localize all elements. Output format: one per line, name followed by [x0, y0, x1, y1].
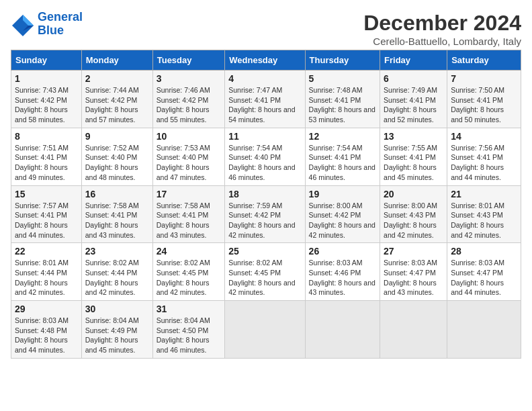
calendar-title: December 2024: [363, 11, 521, 36]
day-cell-29: 29 Sunrise: 8:03 AMSunset: 4:48 PMDaylig…: [11, 301, 82, 359]
day-cell-27: 27 Sunrise: 8:03 AMSunset: 4:47 PMDaylig…: [380, 243, 447, 301]
day-cell-18: 18 Sunrise: 7:59 AMSunset: 4:42 PMDaylig…: [225, 185, 305, 243]
header-wednesday: Wednesday: [225, 50, 305, 71]
week-row-2: 8 Sunrise: 7:51 AMSunset: 4:41 PMDayligh…: [11, 128, 521, 185]
day-cell-21: 21 Sunrise: 8:01 AMSunset: 4:43 PMDaylig…: [447, 185, 521, 243]
empty-cell-1: [225, 301, 305, 359]
week-row-1: 1 Sunrise: 7:43 AMSunset: 4:42 PMDayligh…: [11, 71, 521, 128]
day-cell-20: 20 Sunrise: 8:00 AMSunset: 4:43 PMDaylig…: [380, 185, 447, 243]
logo-line1: General: [38, 10, 83, 24]
day-cell-13: 13 Sunrise: 7:55 AMSunset: 4:41 PMDaylig…: [380, 128, 447, 185]
day-cell-31: 31 Sunrise: 8:04 AMSunset: 4:50 PMDaylig…: [152, 301, 225, 359]
day-cell-10: 10 Sunrise: 7:53 AMSunset: 4:40 PMDaylig…: [152, 128, 225, 185]
day-cell-25: 25 Sunrise: 8:02 AMSunset: 4:45 PMDaylig…: [225, 243, 305, 301]
header-monday: Monday: [81, 50, 152, 71]
header-friday: Friday: [380, 50, 447, 71]
title-block: December 2024 Cerello-Battuello, Lombard…: [363, 11, 521, 47]
logo: General Blue: [11, 11, 83, 38]
empty-cell-4: [447, 301, 521, 359]
page-header: General Blue December 2024 Cerello-Battu…: [11, 11, 521, 47]
empty-cell-2: [305, 301, 380, 359]
logo-icon: [11, 12, 35, 36]
day-cell-7: 7 Sunrise: 7:50 AMSunset: 4:41 PMDayligh…: [447, 71, 521, 128]
day-cell-24: 24 Sunrise: 8:02 AMSunset: 4:45 PMDaylig…: [152, 243, 225, 301]
day-cell-8: 8 Sunrise: 7:51 AMSunset: 4:41 PMDayligh…: [11, 128, 82, 185]
day-cell-4: 4 Sunrise: 7:47 AMSunset: 4:41 PMDayligh…: [225, 71, 305, 128]
logo-text: General Blue: [38, 11, 83, 38]
day-cell-1: 1 Sunrise: 7:43 AMSunset: 4:42 PMDayligh…: [11, 71, 82, 128]
week-row-5: 29 Sunrise: 8:03 AMSunset: 4:48 PMDaylig…: [11, 301, 521, 359]
day-cell-12: 12 Sunrise: 7:54 AMSunset: 4:41 PMDaylig…: [305, 128, 380, 185]
header-tuesday: Tuesday: [152, 50, 225, 71]
day-cell-2: 2 Sunrise: 7:44 AMSunset: 4:42 PMDayligh…: [81, 71, 152, 128]
empty-cell-3: [380, 301, 447, 359]
logo-line2: Blue: [38, 24, 64, 37]
week-row-3: 15 Sunrise: 7:57 AMSunset: 4:41 PMDaylig…: [11, 185, 521, 243]
day-cell-23: 23 Sunrise: 8:02 AMSunset: 4:44 PMDaylig…: [81, 243, 152, 301]
day-cell-26: 26 Sunrise: 8:03 AMSunset: 4:46 PMDaylig…: [305, 243, 380, 301]
day-cell-15: 15 Sunrise: 7:57 AMSunset: 4:41 PMDaylig…: [11, 185, 82, 243]
header-saturday: Saturday: [447, 50, 521, 71]
calendar-subtitle: Cerello-Battuello, Lombardy, Italy: [363, 36, 521, 47]
calendar-table: Sunday Monday Tuesday Wednesday Thursday…: [11, 50, 521, 359]
day-cell-17: 17 Sunrise: 7:58 AMSunset: 4:41 PMDaylig…: [152, 185, 225, 243]
week-row-4: 22 Sunrise: 8:01 AMSunset: 4:44 PMDaylig…: [11, 243, 521, 301]
day-cell-19: 19 Sunrise: 8:00 AMSunset: 4:42 PMDaylig…: [305, 185, 380, 243]
day-cell-5: 5 Sunrise: 7:48 AMSunset: 4:41 PMDayligh…: [305, 71, 380, 128]
day-cell-11: 11 Sunrise: 7:54 AMSunset: 4:40 PMDaylig…: [225, 128, 305, 185]
day-cell-3: 3 Sunrise: 7:46 AMSunset: 4:42 PMDayligh…: [152, 71, 225, 128]
day-cell-16: 16 Sunrise: 7:58 AMSunset: 4:41 PMDaylig…: [81, 185, 152, 243]
day-cell-14: 14 Sunrise: 7:56 AMSunset: 4:41 PMDaylig…: [447, 128, 521, 185]
header-sunday: Sunday: [11, 50, 82, 71]
day-cell-28: 28 Sunrise: 8:03 AMSunset: 4:47 PMDaylig…: [447, 243, 521, 301]
day-cell-30: 30 Sunrise: 8:04 AMSunset: 4:49 PMDaylig…: [81, 301, 152, 359]
day-cell-22: 22 Sunrise: 8:01 AMSunset: 4:44 PMDaylig…: [11, 243, 82, 301]
header-row: Sunday Monday Tuesday Wednesday Thursday…: [11, 50, 521, 71]
day-cell-6: 6 Sunrise: 7:49 AMSunset: 4:41 PMDayligh…: [380, 71, 447, 128]
header-thursday: Thursday: [305, 50, 380, 71]
day-cell-9: 9 Sunrise: 7:52 AMSunset: 4:40 PMDayligh…: [81, 128, 152, 185]
